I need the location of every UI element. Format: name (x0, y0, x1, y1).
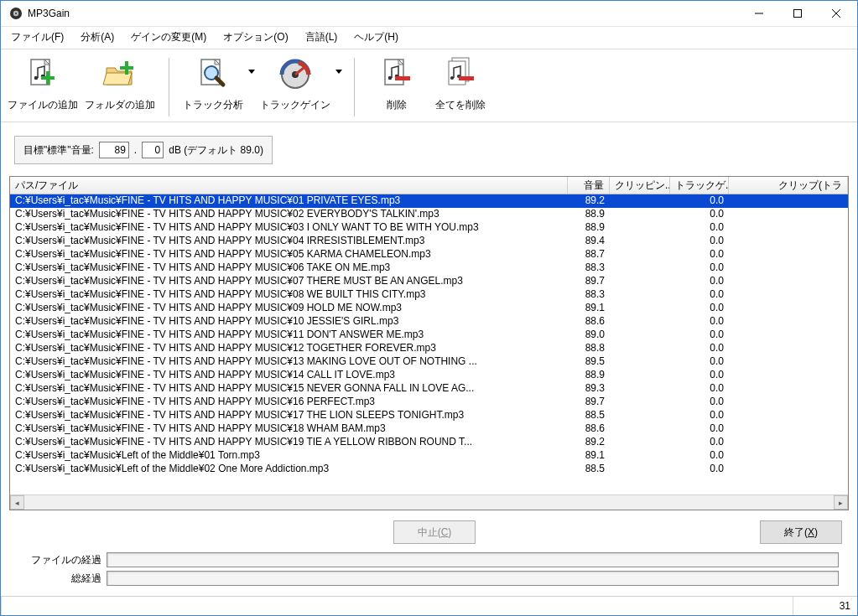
target-volume-int[interactable] (99, 142, 129, 158)
cell-volume: 88.9 (568, 369, 610, 382)
cell-path: C:¥Users¥i_tac¥Music¥FINE - TV HITS AND … (10, 235, 568, 248)
track-analyze-button[interactable]: トラック分析 (179, 54, 247, 112)
col-clipping[interactable]: クリッピン... (610, 177, 670, 194)
table-row[interactable]: C:¥Users¥i_tac¥Music¥FINE - TV HITS AND … (10, 422, 848, 436)
col-path[interactable]: パス/ファイル (10, 177, 568, 194)
table-row[interactable]: C:¥Users¥i_tac¥Music¥FINE - TV HITS AND … (10, 369, 848, 382)
gauge-icon (277, 56, 314, 93)
table-row[interactable]: C:¥Users¥i_tac¥Music¥FINE - TV HITS AND … (10, 315, 848, 329)
cell-volume: 89.4 (568, 235, 610, 248)
delete-button[interactable]: 削除 (365, 54, 429, 112)
cell-path: C:¥Users¥i_tac¥Music¥FINE - TV HITS AND … (10, 315, 568, 329)
table-row[interactable]: C:¥Users¥i_tac¥Music¥FINE - TV HITS AND … (10, 396, 848, 409)
target-volume-label: 目標"標準"音量: (23, 143, 94, 158)
file-list-body[interactable]: C:¥Users¥i_tac¥Music¥FINE - TV HITS AND … (10, 194, 848, 494)
horizontal-scrollbar[interactable]: ◂ ▸ (10, 494, 848, 510)
menubar: ファイル(F) 分析(A) ゲインの変更(M) オプション(O) 言語(L) ヘ… (1, 27, 857, 49)
track-gain-label: トラックゲイン (260, 98, 330, 112)
table-row[interactable]: C:¥Users¥i_tac¥Music¥FINE - TV HITS AND … (10, 248, 848, 261)
cell-cliptrack (729, 235, 848, 248)
maximize-button[interactable] (778, 1, 817, 26)
track-analyze-dropdown[interactable] (247, 70, 257, 74)
table-row[interactable]: C:¥Users¥i_tac¥Music¥FINE - TV HITS AND … (10, 275, 848, 288)
cell-path: C:¥Users¥i_tac¥Music¥FINE - TV HITS AND … (10, 409, 568, 422)
scroll-right-icon[interactable]: ▸ (834, 495, 848, 510)
target-volume-suffix: dB (デフォルト 89.0) (169, 143, 263, 158)
cell-trackgain: 0.0 (670, 288, 729, 302)
table-row[interactable]: C:¥Users¥i_tac¥Music¥FINE - TV HITS AND … (10, 221, 848, 235)
track-gain-dropdown[interactable] (334, 70, 344, 74)
col-trackgain[interactable]: トラックゲ... (670, 177, 729, 194)
cell-path: C:¥Users¥i_tac¥Music¥FINE - TV HITS AND … (10, 355, 568, 369)
cell-clipping (610, 369, 670, 382)
cell-path: C:¥Users¥i_tac¥Music¥FINE - TV HITS AND … (10, 261, 568, 275)
cell-path: C:¥Users¥i_tac¥Music¥FINE - TV HITS AND … (10, 436, 568, 449)
svg-point-31 (450, 76, 454, 80)
cell-clipping (610, 235, 670, 248)
table-row[interactable]: C:¥Users¥i_tac¥Music¥FINE - TV HITS AND … (10, 208, 848, 221)
col-volume[interactable]: 音量 (568, 177, 610, 194)
table-row[interactable]: C:¥Users¥i_tac¥Music¥FINE - TV HITS AND … (10, 355, 848, 369)
cell-cliptrack (729, 436, 848, 449)
track-gain-button[interactable]: トラックゲイン (257, 54, 334, 112)
table-row[interactable]: C:¥Users¥i_tac¥Music¥FINE - TV HITS AND … (10, 194, 848, 208)
menu-analyze[interactable]: 分析(A) (74, 28, 121, 45)
exit-button[interactable]: 終了(X) (760, 520, 842, 544)
svg-marker-23 (335, 70, 342, 74)
cell-path: C:¥Users¥i_tac¥Music¥FINE - TV HITS AND … (10, 302, 568, 315)
scroll-left-icon[interactable]: ◂ (10, 495, 24, 510)
menu-language[interactable]: 言語(L) (299, 28, 345, 45)
delete-all-button[interactable]: 全てを削除 (429, 54, 492, 112)
cell-path: C:¥Users¥i_tac¥Music¥FINE - TV HITS AND … (10, 422, 568, 436)
cell-clipping (610, 463, 670, 476)
menu-gain[interactable]: ゲインの変更(M) (124, 28, 213, 45)
cell-path: C:¥Users¥i_tac¥Music¥FINE - TV HITS AND … (10, 329, 568, 342)
add-folder-button[interactable]: フォルダの追加 (81, 54, 159, 112)
cell-cliptrack (729, 288, 848, 302)
table-row[interactable]: C:¥Users¥i_tac¥Music¥FINE - TV HITS AND … (10, 409, 848, 422)
table-row[interactable]: C:¥Users¥i_tac¥Music¥FINE - TV HITS AND … (10, 342, 848, 355)
cell-cliptrack (729, 221, 848, 235)
cell-path: C:¥Users¥i_tac¥Music¥Left of the Middle¥… (10, 449, 568, 463)
music-file-remove-icon (378, 56, 415, 93)
cell-volume: 89.1 (568, 302, 610, 315)
table-row[interactable]: C:¥Users¥i_tac¥Music¥FINE - TV HITS AND … (10, 235, 848, 248)
close-button[interactable] (817, 1, 855, 26)
file-progress-label: ファイルの経過 (19, 553, 101, 567)
table-row[interactable]: C:¥Users¥i_tac¥Music¥Left of the Middle¥… (10, 463, 848, 476)
cell-clipping (610, 261, 670, 275)
svg-point-26 (388, 76, 393, 80)
table-row[interactable]: C:¥Users¥i_tac¥Music¥Left of the Middle¥… (10, 449, 848, 463)
svg-rect-33 (459, 76, 474, 80)
cell-clipping (610, 194, 670, 208)
stop-button[interactable]: 中止(C) (393, 520, 476, 544)
cell-trackgain: 0.0 (670, 355, 729, 369)
cell-cliptrack (729, 382, 848, 396)
app-icon (9, 7, 23, 20)
target-volume-box: 目標"標準"音量: . dB (デフォルト 89.0) (14, 136, 273, 164)
menu-options[interactable]: オプション(O) (216, 28, 294, 45)
menu-help[interactable]: ヘルプ(H) (347, 28, 405, 45)
table-row[interactable]: C:¥Users¥i_tac¥Music¥FINE - TV HITS AND … (10, 382, 848, 396)
table-row[interactable]: C:¥Users¥i_tac¥Music¥FINE - TV HITS AND … (10, 302, 848, 315)
col-cliptrack[interactable]: クリップ(トラ (729, 177, 848, 194)
status-count: 31 (793, 597, 857, 615)
cell-cliptrack (729, 369, 848, 382)
table-row[interactable]: C:¥Users¥i_tac¥Music¥FINE - TV HITS AND … (10, 329, 848, 342)
table-row[interactable]: C:¥Users¥i_tac¥Music¥FINE - TV HITS AND … (10, 288, 848, 302)
add-file-label: ファイルの追加 (8, 98, 78, 112)
cell-trackgain: 0.0 (670, 382, 729, 396)
table-row[interactable]: C:¥Users¥i_tac¥Music¥FINE - TV HITS AND … (10, 261, 848, 275)
add-folder-label: フォルダの追加 (85, 98, 155, 112)
minimize-button[interactable] (740, 1, 778, 26)
menu-file[interactable]: ファイル(F) (4, 28, 70, 45)
svg-rect-4 (794, 10, 802, 18)
cell-path: C:¥Users¥i_tac¥Music¥FINE - TV HITS AND … (10, 248, 568, 261)
target-volume-dec[interactable] (142, 142, 164, 158)
cell-trackgain: 0.0 (670, 208, 729, 221)
cell-volume: 88.5 (568, 463, 610, 476)
add-file-button[interactable]: ファイルの追加 (4, 54, 81, 112)
table-row[interactable]: C:¥Users¥i_tac¥Music¥FINE - TV HITS AND … (10, 436, 848, 449)
cell-cliptrack (729, 329, 848, 342)
cell-volume: 89.1 (568, 449, 610, 463)
